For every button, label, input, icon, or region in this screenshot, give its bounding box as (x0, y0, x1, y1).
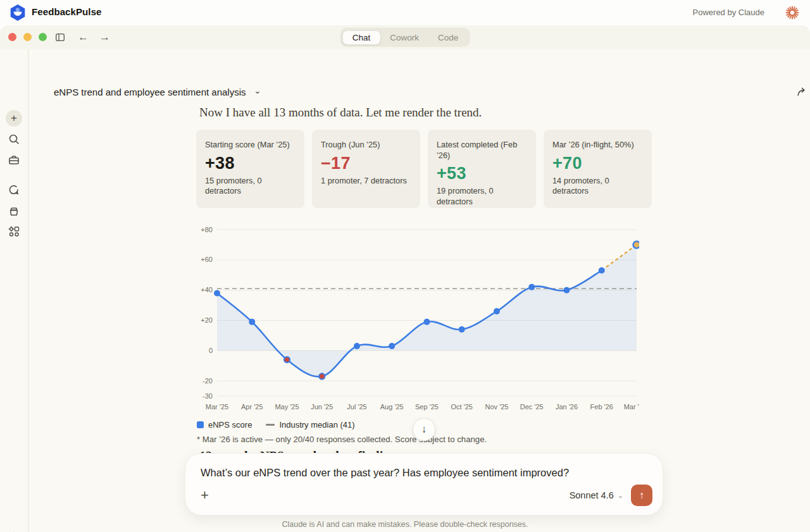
legend-label: Industry median (41) (279, 420, 354, 430)
chat-history-icon[interactable] (8, 184, 20, 197)
svg-text:Mar '25: Mar '25 (206, 403, 228, 411)
sidebar: + (0, 49, 28, 532)
zoom-window-button[interactable] (39, 33, 47, 41)
attach-plus-button[interactable]: + (201, 486, 209, 505)
toggle-sidebar-icon[interactable] (54, 32, 66, 43)
svg-text:Dec '25: Dec '25 (520, 403, 544, 411)
svg-text:+40: +40 (201, 286, 213, 294)
svg-text:+80: +80 (201, 226, 213, 233)
projects-briefcase-icon[interactable] (8, 154, 20, 166)
app-header: FeedbackPulse Powered by Claude (0, 0, 810, 25)
svg-text:+60: +60 (201, 256, 213, 263)
svg-text:Aug '25: Aug '25 (380, 403, 404, 411)
svg-text:0: 0 (209, 347, 213, 354)
stat-card-value: −17 (321, 154, 411, 173)
svg-text:Sep '25: Sep '25 (415, 403, 439, 411)
back-button[interactable]: ← (78, 30, 89, 45)
stat-card-label: Latest completed (Feb ’26) (437, 140, 527, 161)
svg-text:-20: -20 (202, 377, 213, 385)
model-selector[interactable]: Sonnet 4.6 ⌄ (570, 490, 623, 500)
stat-card-in-flight: Mar ’26 (in-flight, 50%) +70 14 promoter… (544, 130, 652, 208)
svg-text:Mar '26*: Mar '26* (624, 403, 639, 411)
archive-box-icon[interactable] (8, 205, 20, 218)
stat-card-detail: 15 promoters, 0 detractors (205, 176, 296, 197)
tab-cowork[interactable]: Cowork (380, 30, 428, 45)
minimize-window-button[interactable] (23, 33, 32, 41)
composer-toolbar: + Sonnet 4.6 ⌄ ↑ (201, 485, 652, 506)
svg-text:Feb '26: Feb '26 (590, 403, 613, 411)
legend-dash-swatch (266, 424, 275, 426)
svg-text:May '25: May '25 (275, 403, 299, 411)
share-icon[interactable] (796, 85, 809, 98)
stat-card-detail: 19 promoters, 0 detractors (437, 186, 527, 207)
stat-card-value: +38 (205, 154, 296, 173)
stat-card-trough: Trough (Jun ’25) −17 1 promoter, 7 detra… (312, 130, 420, 208)
svg-text:Apr '25: Apr '25 (241, 403, 263, 411)
stat-card-detail: 1 promoter, 7 detractors (321, 176, 411, 187)
new-chat-button[interactable]: + (6, 110, 22, 127)
message-input[interactable]: What’s our eNPS trend over the past year… (201, 467, 647, 479)
legend-industry-median: Industry median (41) (266, 420, 354, 430)
legend-enps-score: eNPS score (197, 420, 252, 430)
ai-disclaimer: Claude is AI and can make mistakes. Plea… (0, 520, 810, 529)
stat-card-label: Starting score (Mar ’25) (205, 140, 296, 151)
svg-text:Jun '25: Jun '25 (311, 403, 333, 411)
svg-text:+20: +20 (201, 316, 213, 324)
chevron-down-icon: ⌄ (618, 492, 623, 500)
mode-tabs: Chat Cowork Code (340, 28, 470, 47)
chevron-down-icon[interactable]: ⌄ (254, 85, 261, 96)
chart-legend: eNPS score Industry median (41) (197, 420, 355, 430)
close-window-button[interactable] (8, 33, 16, 41)
window-chrome: ← → Chat Cowork Code (0, 25, 810, 49)
app-title: FeedbackPulse (32, 6, 102, 17)
feedbackpulse-logo-icon (9, 4, 27, 22)
integrations-icon[interactable] (8, 225, 20, 238)
powered-by-label: Powered by Claude (693, 8, 764, 17)
claude-starburst-icon (785, 5, 800, 20)
legend-square-swatch (197, 421, 204, 428)
assistant-message: Now I have all 13 months of data. Let me… (199, 106, 482, 120)
svg-text:Nov '25: Nov '25 (485, 403, 509, 411)
feedbackpulse-app: FeedbackPulse Powered by Claude (0, 0, 810, 532)
svg-text:-30: -30 (202, 392, 213, 400)
enps-trend-chart: +80+60+40+200-20-30Mar '25Apr '25May '25… (196, 225, 639, 413)
stat-card-label: Trough (Jun ’25) (321, 140, 411, 151)
stat-card-latest-completed: Latest completed (Feb ’26) +53 19 promot… (428, 130, 536, 208)
legend-label: eNPS score (208, 420, 252, 430)
model-name: Sonnet 4.6 (570, 490, 614, 500)
forward-button[interactable]: → (99, 30, 110, 45)
svg-text:Jan '26: Jan '26 (556, 403, 578, 411)
chart-footnote: * Mar ’26 is active — only 20/40 respons… (197, 435, 487, 444)
conversation-title[interactable]: eNPS trend and employee sentiment analys… (54, 87, 246, 97)
stat-card-starting-score: Starting score (Mar ’25) +38 15 promoter… (196, 130, 304, 208)
stat-cards: Starting score (Mar ’25) +38 15 promoter… (196, 130, 652, 208)
stat-card-value: +70 (552, 154, 643, 173)
tab-chat[interactable]: Chat (342, 30, 381, 45)
svg-text:Oct '25: Oct '25 (451, 403, 473, 411)
search-icon[interactable] (8, 133, 20, 145)
scroll-to-bottom-button[interactable]: ↓ (413, 418, 435, 441)
stat-card-label: Mar ’26 (in-flight, 50%) (552, 140, 643, 151)
tab-code[interactable]: Code (428, 30, 468, 45)
svg-text:Jul '25: Jul '25 (347, 403, 366, 411)
send-button[interactable]: ↑ (631, 485, 652, 506)
stat-card-value: +53 (437, 164, 527, 183)
stat-card-detail: 14 promoters, 0 detractors (552, 176, 643, 197)
message-composer[interactable]: What’s our eNPS trend over the past year… (185, 453, 663, 516)
